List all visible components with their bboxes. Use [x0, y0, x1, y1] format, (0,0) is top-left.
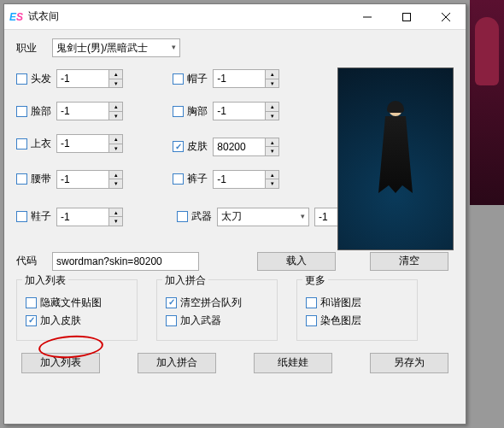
- shoes-spinner[interactable]: -1▴▾: [56, 208, 123, 226]
- hat-checkbox[interactable]: 帽子: [173, 72, 208, 86]
- clear-merge-queue-checkbox[interactable]: 清空拼合队列: [166, 296, 268, 310]
- hide-file-image-checkbox[interactable]: 隐藏文件贴图: [26, 296, 128, 310]
- paper-doll-button[interactable]: 纸娃娃: [254, 353, 332, 373]
- hair-spinner[interactable]: -1▴▾: [56, 69, 123, 88]
- maximize-button[interactable]: [387, 4, 426, 30]
- hair-checkbox[interactable]: 头发: [16, 72, 51, 86]
- close-button[interactable]: [426, 4, 466, 30]
- shoes-label: 鞋子: [31, 209, 51, 224]
- dressing-room-window: ES 试衣间 职业 鬼剑士(男)/黑暗武士 ▾ 头发 -1▴▾ 帽子: [3, 3, 466, 425]
- minimize-button[interactable]: [348, 4, 387, 30]
- shoes-checkbox[interactable]: 鞋子: [16, 209, 51, 224]
- add-skin-checkbox[interactable]: 加入皮肤: [26, 314, 128, 328]
- group-title: 加入拼合: [162, 273, 208, 288]
- face-spinner[interactable]: -1▴▾: [56, 102, 123, 120]
- chevron-down-icon: ▾: [301, 212, 305, 220]
- skin-label: 皮肤: [187, 139, 208, 154]
- add-weapon-checkbox[interactable]: 加入武器: [166, 314, 268, 328]
- chest-checkbox[interactable]: 胸部: [173, 104, 208, 119]
- weapon-type-select[interactable]: 太刀▾: [217, 208, 309, 226]
- job-select[interactable]: 鬼剑士(男)/黑暗武士 ▾: [52, 38, 180, 57]
- titlebar: ES 试衣间: [4, 4, 466, 30]
- code-label: 代码: [16, 254, 45, 268]
- job-label: 职业: [16, 41, 45, 56]
- character-preview: [337, 67, 454, 250]
- coat-checkbox[interactable]: 上衣: [16, 137, 51, 151]
- face-checkbox[interactable]: 脸部: [16, 104, 51, 119]
- save-as-button[interactable]: 另存为: [370, 353, 448, 373]
- job-value: 鬼剑士(男)/黑暗武士: [56, 41, 148, 56]
- pants-label: 裤子: [187, 172, 208, 186]
- clear-button[interactable]: 清空: [370, 252, 448, 271]
- up-icon: ▴: [108, 70, 122, 79]
- app-icon: ES: [4, 10, 28, 23]
- pants-spinner[interactable]: -1▴▾: [213, 170, 279, 189]
- group-title: 更多: [302, 273, 328, 288]
- coat-label: 上衣: [31, 137, 51, 151]
- background-character: [470, 0, 504, 205]
- hair-label: 头发: [31, 72, 51, 86]
- chest-spinner[interactable]: -1▴▾: [213, 102, 279, 120]
- group-add-merge: 加入拼合 清空拼合队列 加入武器: [156, 279, 278, 341]
- add-list-button[interactable]: 加入列表: [21, 353, 100, 373]
- skin-spinner[interactable]: 80200▴▾: [213, 138, 279, 156]
- hat-spinner[interactable]: -1▴▾: [213, 69, 279, 88]
- window-title: 试衣间: [28, 9, 348, 24]
- group-title: 加入列表: [22, 273, 68, 288]
- harmony-layer-checkbox[interactable]: 和谐图层: [306, 296, 408, 310]
- chevron-down-icon: ▾: [172, 43, 176, 51]
- group-add-list: 加入列表 隐藏文件贴图 加入皮肤: [16, 279, 138, 341]
- down-icon: ▾: [108, 79, 122, 88]
- weapon-label: 武器: [191, 209, 212, 224]
- group-more: 更多 和谐图层 染色图层: [296, 279, 418, 341]
- code-input[interactable]: swordman?skin=80200: [52, 252, 199, 271]
- face-label: 脸部: [31, 104, 51, 119]
- dye-layer-checkbox[interactable]: 染色图层: [306, 314, 408, 328]
- belt-spinner[interactable]: -1▴▾: [56, 170, 123, 189]
- load-button[interactable]: 载入: [257, 252, 336, 271]
- coat-spinner[interactable]: -1▴▾: [56, 134, 123, 153]
- weapon-checkbox[interactable]: 武器: [177, 209, 212, 224]
- svg-rect-1: [403, 13, 411, 21]
- skin-checkbox[interactable]: 皮肤: [173, 139, 208, 154]
- chest-label: 胸部: [187, 104, 208, 119]
- hat-label: 帽子: [187, 72, 208, 86]
- pants-checkbox[interactable]: 裤子: [173, 172, 208, 186]
- add-merge-button[interactable]: 加入拼合: [138, 353, 216, 373]
- belt-label: 腰带: [31, 172, 51, 186]
- belt-checkbox[interactable]: 腰带: [16, 172, 51, 186]
